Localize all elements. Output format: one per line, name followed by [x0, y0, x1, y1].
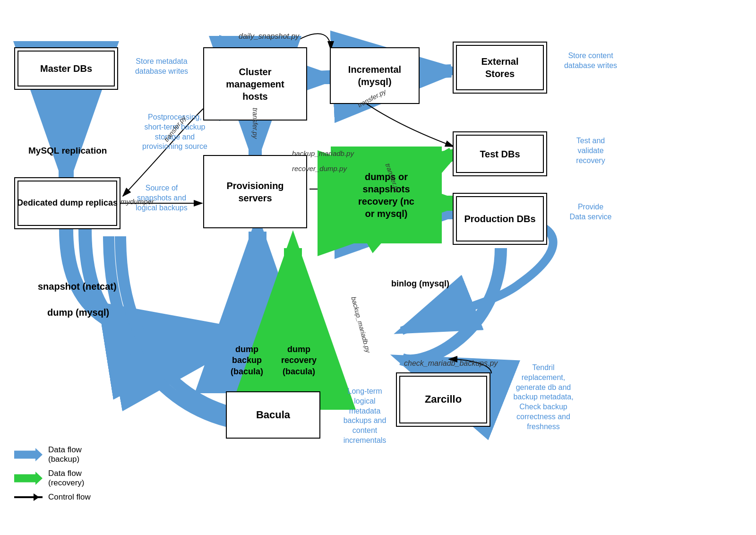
- dump-mysql-label: dump (mysql): [47, 307, 109, 318]
- mysql-replication-label: MySQL replication: [28, 146, 107, 156]
- green-recovery-box: dumps orsnapshotsrecovery (ncor mysql): [331, 147, 442, 243]
- legend-recovery-arrow: [14, 472, 43, 485]
- legend-recovery-label: Data flow(recovery): [48, 469, 85, 488]
- master-dbs-annotation: Store metadata database writes: [124, 57, 199, 77]
- daily-snapshot-label: daily_snapshot.py: [239, 32, 299, 41]
- dedicated-dump-box: Dedicated dump replicas: [14, 177, 120, 229]
- provisioning-label: Provisioningservers: [226, 180, 284, 204]
- incremental-label: Incremental(mysql): [348, 63, 401, 88]
- binlog-label: binlog (mysql): [391, 279, 449, 289]
- dump-recovery-bacula-label: dumprecovery(bacula): [281, 344, 317, 377]
- check-mariadb-label: check_mariadb_backups.py: [404, 359, 498, 368]
- production-dbs-label: Production DBs: [464, 213, 535, 225]
- backup-mariadb-label-2: backup_mariadb.py: [350, 296, 372, 354]
- zarcillo-annotation: Tendrilreplacement,generate db andbackup…: [496, 363, 591, 432]
- recover-dump-label: recover_dump.py: [292, 164, 347, 173]
- external-stores-box: ExternalStores: [453, 42, 547, 94]
- cluster-mgmt-label: Clustermanagementhosts: [226, 66, 284, 103]
- dedicated-dump-label: Dedicated dump replicas: [17, 198, 118, 208]
- snapshot-netcat-label: snapshot (netcat): [38, 281, 117, 292]
- legend: Data flow(backup) Data flow(recovery) Co…: [14, 445, 91, 507]
- legend-backup: Data flow(backup): [14, 445, 91, 464]
- dump-backup-bacula-label: dumpbackup(bacula): [231, 344, 263, 377]
- external-stores-annotation: Store contentdatabase writes: [553, 51, 628, 71]
- legend-recovery: Data flow(recovery): [14, 469, 91, 488]
- backup-mariadb-label: backup_mariadb.py: [292, 149, 354, 157]
- legend-control-label: Control flow: [48, 492, 91, 502]
- provisioning-box: Provisioningservers: [203, 155, 307, 228]
- diagram: Master DBs Dedicated dump replicas Clust…: [0, 0, 756, 535]
- mydumper-label: mydumper: [120, 198, 154, 206]
- zarcillo-label: Zarcillo: [425, 393, 462, 406]
- test-dbs-annotation: Test andvalidaterecovery: [553, 136, 628, 165]
- legend-control: Control flow: [14, 492, 91, 502]
- zarcillo-box: Zarcillo: [396, 372, 490, 427]
- test-dbs-label: Test DBs: [480, 148, 520, 160]
- bacula-label: Bacula: [256, 408, 290, 422]
- master-dbs-box: Master DBs: [14, 47, 118, 90]
- legend-backup-arrow: [14, 448, 43, 461]
- production-dbs-annotation: ProvideData service: [553, 202, 628, 222]
- green-recovery-label: dumps orsnapshotsrecovery (ncor mysql): [358, 171, 414, 220]
- test-dbs-box: Test DBs: [453, 131, 547, 176]
- bacula-annotation: Long-termlogicalmetadatabackups andconte…: [327, 387, 403, 446]
- legend-control-arrow: [14, 496, 43, 498]
- transfer-py-label-2: transfer.py: [251, 108, 259, 139]
- production-dbs-box: Production DBs: [453, 193, 547, 245]
- legend-backup-label: Data flow(backup): [48, 445, 82, 464]
- external-stores-label: ExternalStores: [481, 55, 519, 80]
- bacula-box: Bacula: [226, 391, 320, 439]
- master-dbs-label: Master DBs: [40, 62, 92, 75]
